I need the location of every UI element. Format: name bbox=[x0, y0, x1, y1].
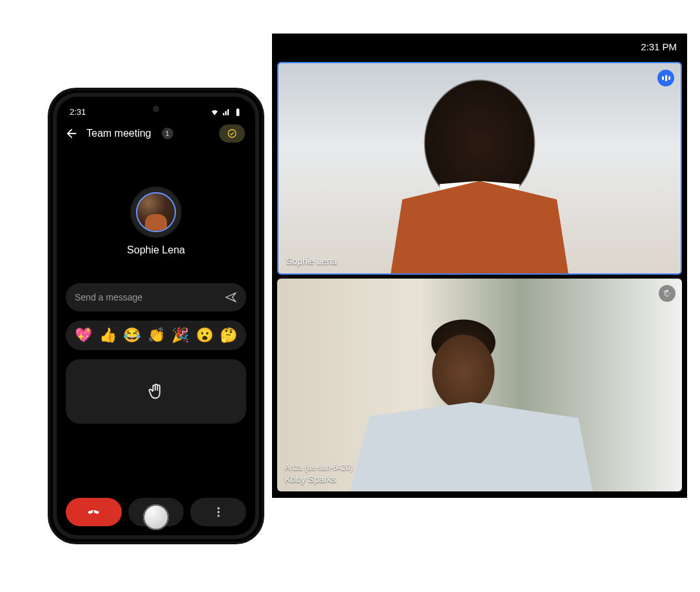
phone-clock: 2:31 bbox=[70, 107, 86, 117]
message-input-row[interactable]: Send a message bbox=[66, 283, 246, 311]
hangup-icon bbox=[86, 505, 101, 519]
tablet-clock: 2:31 PM bbox=[641, 41, 677, 52]
tablet-frame: 2:31 PM Sophie Lena Anza (us-san-6420) K… bbox=[272, 34, 687, 498]
participant-location: Anza (us-san-6420) bbox=[285, 463, 353, 473]
meeting-title: Team meeting bbox=[86, 128, 151, 139]
video-tiles: Sophie Lena Anza (us-san-6420) Koby Spar… bbox=[272, 62, 687, 491]
tablet-status-bar: 2:31 PM bbox=[272, 34, 687, 59]
reaction-thumbs[interactable]: 👍 bbox=[99, 327, 117, 344]
raise-hand-button[interactable] bbox=[66, 359, 246, 424]
muted-indicator-icon bbox=[659, 285, 676, 302]
check-circle-icon bbox=[227, 128, 237, 139]
phone-screen: 2:31 Team meeting 1 Sophie Lena Send a m… bbox=[57, 97, 255, 535]
wifi-icon bbox=[210, 108, 219, 117]
svg-point-1 bbox=[217, 508, 219, 509]
speaker-avatar[interactable] bbox=[136, 192, 176, 232]
participant-name: Koby Sparks bbox=[285, 474, 336, 484]
reaction-laugh[interactable]: 😂 bbox=[123, 327, 141, 344]
participant-video bbox=[277, 279, 682, 491]
phone-frame: 2:31 Team meeting 1 Sophie Lena Send a m… bbox=[50, 90, 262, 542]
audio-status-pill[interactable] bbox=[219, 124, 245, 143]
participant-name-label: Sophie Lena bbox=[286, 255, 337, 267]
participant-name-label: Anza (us-san-6420) Koby Sparks bbox=[285, 463, 353, 485]
speaker-avatar-ring bbox=[130, 186, 182, 238]
reaction-clap[interactable]: 👏 bbox=[148, 327, 165, 344]
reaction-wow[interactable]: 😮 bbox=[196, 327, 213, 344]
raise-hand-icon bbox=[147, 382, 165, 400]
participant-name: Sophie Lena bbox=[286, 256, 337, 266]
svg-point-3 bbox=[217, 515, 219, 517]
reactions-row: 💖 👍 😂 👏 🎉 😮 🤔 bbox=[66, 321, 246, 350]
speaker-name: Sophie Lena bbox=[127, 244, 185, 256]
video-tile[interactable]: Sophie Lena bbox=[277, 62, 682, 275]
phone-home-indicator[interactable] bbox=[143, 504, 169, 530]
reaction-heart[interactable]: 💖 bbox=[75, 327, 92, 344]
battery-icon bbox=[233, 108, 242, 117]
signal-icon bbox=[222, 108, 231, 117]
participants-count-badge[interactable]: 1 bbox=[162, 128, 173, 139]
reaction-party[interactable]: 🎉 bbox=[171, 327, 189, 344]
phone-header: Team meeting 1 bbox=[57, 119, 255, 150]
active-speaker-panel: Sophie Lena bbox=[57, 186, 255, 256]
mic-off-icon bbox=[663, 289, 672, 298]
phone-camera-hole bbox=[153, 106, 159, 112]
video-tile[interactable]: Anza (us-san-6420) Koby Sparks bbox=[277, 279, 682, 491]
more-button[interactable] bbox=[190, 498, 246, 526]
svg-point-2 bbox=[217, 511, 219, 513]
phone-status-icons bbox=[210, 108, 242, 117]
back-icon[interactable] bbox=[64, 126, 79, 141]
overflow-icon bbox=[212, 506, 225, 518]
hangup-button[interactable] bbox=[66, 498, 122, 526]
message-input[interactable]: Send a message bbox=[75, 292, 224, 302]
participant-video bbox=[278, 63, 681, 273]
send-icon[interactable] bbox=[224, 291, 237, 304]
speaking-indicator-icon bbox=[657, 70, 674, 86]
reaction-think[interactable]: 🤔 bbox=[220, 327, 237, 344]
